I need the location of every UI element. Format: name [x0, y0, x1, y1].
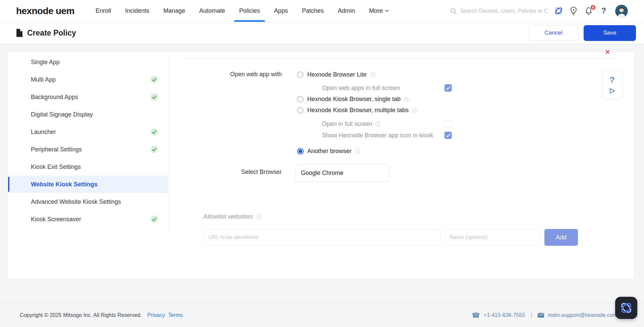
- section-divider: [182, 58, 614, 58]
- support-email-link[interactable]: mdm-support@hexnode.com: [548, 312, 617, 318]
- email-icon: [538, 313, 544, 318]
- sidebar-item-single-app[interactable]: Single App: [8, 53, 168, 71]
- sidebar-item-multi-app[interactable]: Multi App: [8, 71, 168, 88]
- sidebar-item-website-kiosk-settings[interactable]: Website Kiosk Settings: [8, 176, 168, 193]
- allowlist-name-input[interactable]: [444, 229, 540, 246]
- open-in-full-screen-label: Open in full screen i: [322, 120, 380, 128]
- completed-check-icon: [151, 128, 158, 136]
- allowlist-websites-title: Allowlist websites i: [203, 213, 261, 220]
- sidebar-item-peripheral-settings[interactable]: Peripheral Settings: [8, 141, 168, 158]
- terms-link[interactable]: Terms: [168, 312, 183, 318]
- nav-item-manage[interactable]: Manage: [156, 0, 192, 22]
- play-tour-icon[interactable]: [609, 88, 615, 94]
- sidebar-item-background-apps[interactable]: Background Apps: [8, 88, 168, 106]
- help-icon[interactable]: ?: [599, 6, 608, 16]
- page-footer: Copyright © 2025 Mitsogo Inc. All Rights…: [0, 303, 644, 327]
- nav-item-patches[interactable]: Patches: [295, 0, 331, 22]
- radio-another-browser[interactable]: Another browser i: [297, 147, 360, 155]
- info-icon[interactable]: i: [375, 122, 380, 127]
- sidebar-item-kiosk-screensaver[interactable]: Kiosk Screensaver: [8, 211, 168, 228]
- privacy-link[interactable]: Privacy: [147, 312, 165, 318]
- show-browser-app-icon-checkbox[interactable]: [444, 132, 452, 139]
- completed-check-icon: [151, 76, 158, 83]
- top-navigation-bar: hexnode uem Enroll Incidents Manage Auto…: [0, 0, 644, 22]
- radio-icon: [297, 96, 304, 102]
- completed-check-icon: [151, 93, 158, 101]
- add-url-button[interactable]: Add: [544, 229, 578, 246]
- sidebar-item-launcher[interactable]: Launcher: [8, 123, 168, 141]
- footer-contact: ☎ +1-415-636-7555 | mdm-support@hexnode.…: [472, 312, 617, 319]
- section-help-icon[interactable]: ?: [609, 76, 614, 84]
- nav-item-more[interactable]: More: [362, 0, 396, 22]
- sidebar-item-digital-signage-display[interactable]: Digital Signage Display: [8, 106, 168, 123]
- open-in-full-screen-checkbox[interactable]: [444, 120, 452, 128]
- radio-icon: [297, 72, 304, 78]
- hexnode-chat-widget[interactable]: [615, 297, 637, 319]
- radio-icon-selected: [297, 148, 304, 154]
- notifications-bell-icon[interactable]: 8: [584, 6, 593, 16]
- info-icon[interactable]: i: [355, 149, 360, 154]
- radio-hexnode-kiosk-browser-single-tab[interactable]: Hexnode Kiosk Browser, single tab i: [297, 95, 409, 103]
- policy-card: Single App Multi App Background Apps Dig…: [8, 52, 634, 279]
- nav-item-apps[interactable]: Apps: [267, 0, 295, 22]
- sidebar-item-kiosk-exit-settings[interactable]: Kiosk Exit Settings: [8, 158, 168, 176]
- search-input[interactable]: [460, 8, 548, 14]
- radio-hexnode-browser-lite[interactable]: Hexnode Browser Lite i: [297, 71, 375, 79]
- page-title: Create Policy: [27, 29, 76, 38]
- floating-help-widget: ?: [603, 71, 622, 99]
- radio-hexnode-kiosk-browser-multiple-tabs[interactable]: Hexnode Kiosk Browser, multiple tabs i: [297, 106, 417, 114]
- website-kiosk-settings-panel: ✕ ? Open web app with Hexnode Browser Li…: [169, 52, 634, 279]
- topnav-right-cluster: 8 ?: [450, 5, 628, 17]
- remove-section-icon[interactable]: ✕: [605, 48, 610, 56]
- allowlist-url-input[interactable]: [203, 229, 440, 246]
- nav-item-automate[interactable]: Automate: [192, 0, 232, 22]
- phone-icon: ☎: [472, 312, 480, 319]
- info-icon[interactable]: i: [412, 108, 417, 113]
- radio-icon: [297, 107, 304, 113]
- select-browser-label: Select Browser: [169, 169, 282, 176]
- save-button[interactable]: Save: [584, 25, 636, 41]
- global-search: [450, 8, 548, 14]
- header-actions: Cancel Save: [529, 25, 636, 41]
- policy-sections-sidebar: Single App Multi App Background Apps Dig…: [8, 52, 168, 232]
- info-icon[interactable]: i: [256, 214, 261, 219]
- nav-item-incidents[interactable]: Incidents: [118, 0, 156, 22]
- support-phone-link[interactable]: +1-415-636-7555: [484, 312, 525, 318]
- completed-check-icon: [151, 146, 158, 153]
- open-web-apps-full-screen-label: Open web apps in full screen: [322, 84, 400, 92]
- document-icon: [16, 29, 22, 37]
- search-icon: [450, 8, 457, 14]
- browser-select[interactable]: Google Chrome: [295, 164, 389, 182]
- hexnode-genie-icon[interactable]: [554, 6, 563, 16]
- chevron-down-icon: [385, 10, 389, 12]
- nav-item-admin[interactable]: Admin: [331, 0, 362, 22]
- hexnode-uem-logo[interactable]: hexnode uem: [16, 6, 74, 16]
- user-avatar[interactable]: [615, 5, 628, 17]
- cancel-button[interactable]: Cancel: [529, 25, 578, 41]
- info-icon[interactable]: i: [404, 97, 409, 102]
- create-policy-header: Create Policy Cancel Save: [0, 22, 644, 44]
- open-web-app-with-label: Open web app with: [169, 71, 282, 78]
- footer-separator: |: [531, 312, 532, 318]
- copyright-text: Copyright © 2025 Mitsogo Inc. All Rights…: [20, 312, 142, 318]
- open-web-apps-full-screen-checkbox[interactable]: [444, 84, 452, 92]
- tips-lightbulb-icon[interactable]: [569, 6, 578, 16]
- main-nav: Enroll Incidents Manage Automate Policie…: [89, 0, 396, 22]
- info-icon[interactable]: i: [370, 72, 375, 77]
- notification-badge: 8: [590, 4, 596, 10]
- completed-check-icon: [151, 216, 158, 223]
- sidebar-item-advanced-website-kiosk-settings[interactable]: Advanced Website Kiosk Settings: [8, 193, 168, 211]
- nav-item-policies[interactable]: Policies: [232, 0, 267, 22]
- nav-item-enroll[interactable]: Enroll: [89, 0, 118, 22]
- show-browser-app-icon-label: Show Hexnode Browser app icon in kiosk: [322, 132, 433, 139]
